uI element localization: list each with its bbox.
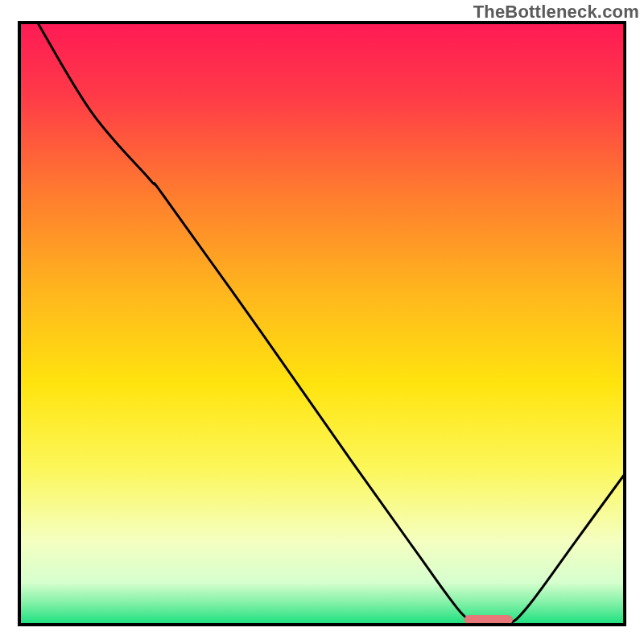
watermark-text: TheBottleneck.com bbox=[473, 2, 639, 23]
plot-area bbox=[19, 23, 625, 626]
bottleneck-chart bbox=[0, 0, 644, 644]
gradient-background bbox=[19, 23, 625, 625]
chart-container: TheBottleneck.com bbox=[0, 0, 644, 644]
